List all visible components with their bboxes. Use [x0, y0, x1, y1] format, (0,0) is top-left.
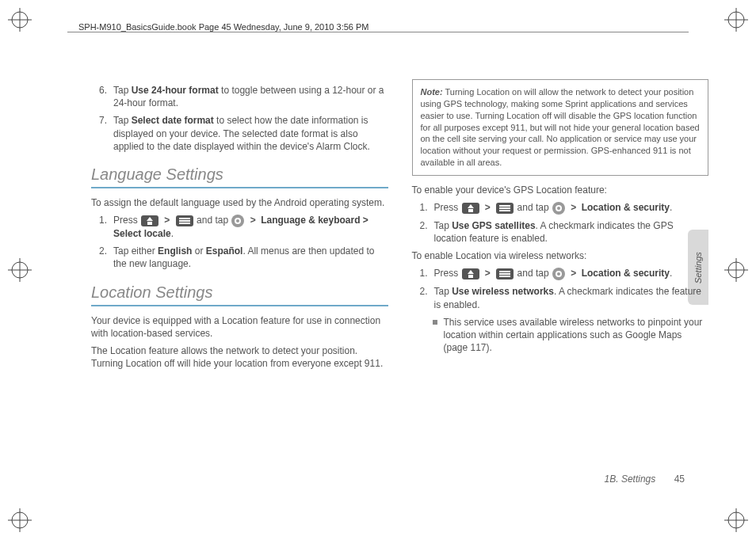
step-number: 7.	[99, 114, 113, 153]
wireless-step-2: 2. Tap Use wireless networks. A checkmar…	[420, 285, 709, 310]
breadcrumb-sep: >	[164, 215, 170, 226]
header-rule	[67, 32, 689, 32]
ui-label: Use wireless networks	[452, 286, 554, 297]
breadcrumb-sep: >	[250, 215, 256, 226]
footer-page-number: 45	[674, 473, 685, 485]
home-icon	[462, 203, 479, 214]
menu-icon	[496, 268, 514, 280]
step-7: 7. Tap Select date format to select how …	[99, 114, 388, 153]
text: .	[670, 268, 672, 279]
text: Tap	[434, 220, 452, 231]
wireless-heading: To enable Location via wireless networks…	[412, 249, 709, 262]
location-paragraph: The Location feature allows the network …	[91, 344, 388, 370]
location-paragraph: Your device is equipped with a Location …	[91, 314, 388, 340]
step-body: Tap Select date format to select how the…	[113, 114, 388, 153]
gps-step-2: 2. Tap Use GPS satellites. A checkmark i…	[420, 219, 709, 245]
text: Press	[113, 215, 140, 226]
settings-icon	[552, 202, 565, 215]
note-box: Note: Turning Location on will allow the…	[412, 79, 709, 176]
menu-icon	[496, 203, 514, 214]
ui-path: Location & security	[582, 202, 670, 213]
ui-label: Use GPS satellites	[452, 220, 535, 231]
wireless-sub-bullet: This service uses available wireless net…	[433, 316, 709, 355]
text: or	[192, 245, 205, 257]
step-number: 1.	[99, 214, 113, 240]
section-heading-location: Location Settings	[91, 282, 388, 303]
text: Tap	[113, 85, 132, 96]
crop-mark-icon	[724, 258, 748, 282]
step-number: 2.	[99, 245, 113, 270]
step-number: 1.	[420, 201, 434, 215]
step-body: Press > and tap > Location & security.	[434, 267, 709, 280]
bullet-icon	[433, 320, 437, 325]
step-body: Tap Use GPS satellites. A checkmark indi…	[434, 219, 709, 245]
step-number: 6.	[99, 84, 113, 109]
step-number: 2.	[420, 219, 434, 245]
breadcrumb-sep: >	[571, 268, 576, 279]
text: and tap	[517, 202, 552, 213]
step-6: 6. Tap Use 24-hour format to toggle betw…	[99, 84, 388, 109]
ui-path: Location & security	[582, 268, 670, 279]
crop-mark-icon	[8, 258, 32, 282]
menu-icon	[176, 215, 193, 226]
text: Tap	[113, 115, 132, 126]
heading-rule	[91, 305, 388, 306]
ui-label: Select date format	[132, 115, 214, 126]
text: .	[171, 228, 174, 239]
crop-mark-icon	[8, 508, 32, 532]
step-number: 2.	[420, 285, 434, 310]
settings-icon	[231, 215, 244, 227]
breadcrumb-sep: >	[485, 268, 491, 279]
right-column: Note: Turning Location on will allow the…	[412, 79, 709, 492]
text: Tap	[434, 286, 452, 297]
page-header: SPH-M910_BasicsGuide.book Page 45 Wednes…	[75, 22, 372, 32]
page-body: 6. Tap Use 24-hour format to toggle betw…	[91, 79, 708, 492]
step-body: Tap Use 24-hour format to toggle between…	[113, 84, 388, 109]
step-body: Tap either English or Español. All menus…	[113, 245, 388, 270]
text: and tap	[517, 268, 552, 279]
gps-step-1: 1. Press > and tap > Location & security…	[420, 201, 709, 215]
footer-section: 1B. Settings	[605, 473, 656, 485]
note-body: Turning Location on will allow the netwo…	[421, 87, 700, 167]
crop-mark-icon	[724, 508, 748, 532]
language-step-1: 1. Press > and tap > Language & keyboard…	[99, 214, 388, 240]
section-heading-language: Language Settings	[91, 164, 388, 185]
breadcrumb-sep: >	[485, 202, 491, 213]
ui-label: Español	[206, 245, 243, 257]
heading-rule	[91, 187, 388, 188]
ui-label: English	[158, 245, 192, 257]
page-footer: 1B. Settings 45	[605, 473, 685, 485]
crop-mark-icon	[724, 8, 748, 32]
crop-mark-icon	[8, 8, 32, 32]
step-body: Tap Use wireless networks. A checkmark i…	[434, 285, 709, 310]
settings-icon	[552, 268, 565, 280]
step-body: Press > and tap > Language & keyboard > …	[113, 214, 388, 240]
sub-bullet-text: This service uses available wireless net…	[444, 316, 709, 355]
step-body: Press > and tap > Location & security.	[434, 201, 709, 215]
wireless-step-1: 1. Press > and tap > Location & security…	[420, 267, 709, 280]
text: .	[670, 202, 672, 213]
home-icon	[462, 268, 479, 280]
language-step-2: 2. Tap either English or Español. All me…	[99, 245, 388, 270]
step-number: 1.	[420, 267, 434, 280]
left-column: 6. Tap Use 24-hour format to toggle betw…	[91, 79, 388, 492]
ui-label: Use 24-hour format	[132, 85, 219, 96]
text: and tap	[197, 215, 231, 226]
language-intro: To assign the default language used by t…	[91, 196, 388, 209]
text: Press	[434, 268, 461, 279]
note-label: Note:	[421, 87, 443, 97]
gps-heading: To enable your device's GPS Location fea…	[412, 184, 709, 196]
home-icon	[141, 215, 158, 226]
text: Tap either	[113, 245, 158, 257]
breadcrumb-sep: >	[571, 202, 576, 213]
text: Press	[434, 202, 461, 213]
